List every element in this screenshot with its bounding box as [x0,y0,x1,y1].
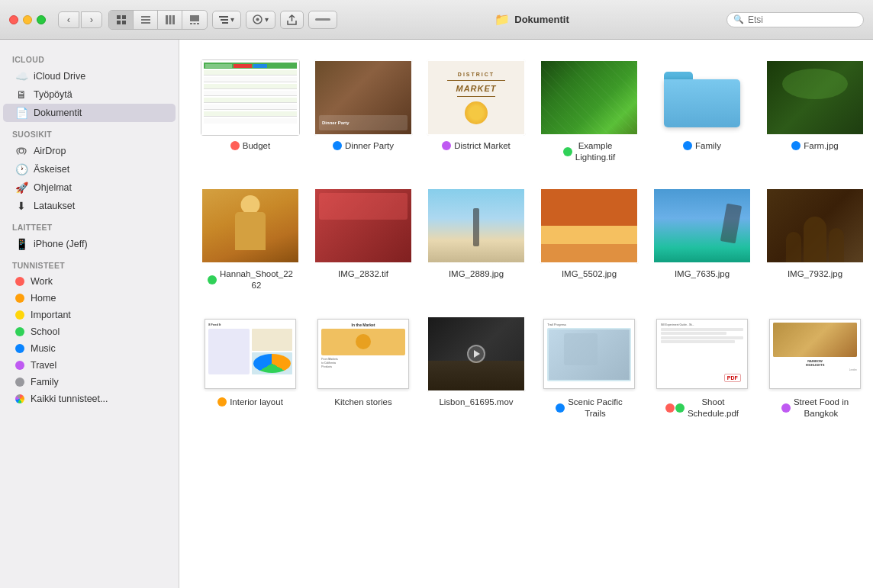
iphone-icon: 📱 [15,238,27,250]
traffic-lights [9,15,46,24]
sidebar-item-tag-music[interactable]: Music [3,340,176,357]
sidebar-item-lataukset[interactable]: ⬇ Lataukset [3,197,176,215]
share-button[interactable] [280,11,304,29]
documents-icon: 📄 [15,107,27,119]
file-item-shoot-schedule[interactable]: Bill Experiment Guide - 9k... PDF [649,311,755,424]
file-item-farm[interactable]: Farm.jpg [762,55,868,168]
shoot-schedule-tag-dots [665,403,685,413]
family-tag-dot [683,141,692,150]
action-button[interactable]: ▾ [246,11,275,29]
gallery-view-button[interactable] [182,11,207,29]
shoot-schedule-tag-dot-red [665,403,675,413]
svg-rect-10 [190,15,199,21]
window-title: Dokumentit [514,14,569,25]
tag-all-icon [15,394,24,403]
icon-view-button[interactable] [109,11,134,29]
sidebar-item-tag-travel[interactable]: Travel [3,357,176,374]
file-item-img7635[interactable]: IMG_7635.jpg [649,183,755,296]
sidebar-item-ohjelmat[interactable]: 🚀 Ohjelmat [3,178,176,197]
file-thumb-scenic-pacific: Trail Progress [540,316,639,392]
forward-button[interactable]: › [81,11,102,28]
tag-music-dot [15,344,24,353]
tag-travel-dot [15,361,24,370]
tags-button[interactable] [308,11,337,29]
svg-rect-11 [190,23,192,24]
group-button[interactable]: ▾ [212,11,241,29]
sidebar-label-icloud-drive: iCloud Drive [34,71,85,82]
sidebar-label-iphone: iPhone (Jeff) [34,239,88,249]
back-button[interactable]: ‹ [58,11,79,28]
file-item-kitchen-stories[interactable]: In the Market From Marketsto CaliforniaP… [311,311,416,424]
file-thumb-kitchen-stories: In the Market From Marketsto CaliforniaP… [314,316,413,392]
maximize-button[interactable] [37,15,46,24]
window-title-area: 📁 Dokumentit [343,12,720,27]
dinner-party-tag-dot [333,141,342,150]
content-area: iCloud ☁️ iCloud Drive 🖥 Työpöytä 📄 Doku… [0,40,873,588]
sidebar-section-laitteet: Laitteet [0,215,179,235]
svg-rect-1 [122,15,126,19]
file-item-street-food[interactable]: RAINBOWHIGHLIGHTS London Street Food inB… [762,311,868,424]
title-bar: ‹ › ▾ ▾ [0,0,873,40]
sidebar-item-tyopoyta[interactable]: 🖥 Työpöytä [3,85,176,104]
sidebar-item-tag-family[interactable]: Family [3,374,176,390]
sidebar-item-dokumentit[interactable]: 📄 Dokumentit [3,104,176,122]
sidebar-item-tag-home[interactable]: Home [3,290,176,307]
file-item-img5502[interactable]: IMG_5502.jpg [536,183,642,296]
file-label-img2832: IMG_2832.tif [338,268,388,280]
list-view-button[interactable] [134,11,158,29]
nav-buttons: ‹ › [58,11,102,28]
file-label-img7932: IMG_7932.jpg [788,268,842,280]
file-thumb-street-food: RAINBOWHIGHLIGHTS London [765,316,865,392]
file-label-scenic-pacific: Scenic PacificTrails [556,397,623,419]
svg-rect-4 [141,16,150,18]
sidebar-item-tag-school[interactable]: School [3,323,176,340]
sidebar-label-tag-all: Kaikki tunnisteet... [31,394,108,404]
file-item-budget[interactable]: Budget [198,55,303,168]
sidebar-item-askeiset[interactable]: 🕐 Äskeiset [3,160,176,178]
sidebar-label-askeiset: Äskeiset [34,164,69,175]
file-item-family[interactable]: Family [649,55,755,168]
file-label-example-lighting: ExampleLighting.tif [563,140,615,163]
column-view-button[interactable] [158,11,182,29]
file-item-district-market[interactable]: DISTRICT MARKET District Market [424,55,529,168]
file-item-img2889[interactable]: IMG_2889.jpg [424,183,529,296]
file-label-district-market: District Market [442,140,510,152]
file-thumb-hannah-shoot [201,188,300,264]
sidebar-item-tag-all[interactable]: Kaikki tunnisteet... [3,390,176,407]
sidebar-label-dokumentit: Dokumentit [34,108,82,118]
file-item-scenic-pacific[interactable]: Trail Progress Scenic PacificTrails [536,311,642,424]
title-folder-icon: 📁 [494,12,510,27]
file-item-interior-layout[interactable]: 8 Feed It [198,311,303,424]
interior-layout-tag-dot [217,397,227,406]
file-item-img7932[interactable]: IMG_7932.jpg [762,183,868,296]
minimize-button[interactable] [23,15,32,24]
search-box[interactable]: 🔍 [726,12,864,27]
file-thumb-budget [201,59,300,136]
sidebar-label-tyopoyta: Työpöytä [34,89,72,100]
sidebar-item-icloud-drive[interactable]: ☁️ iCloud Drive [3,67,176,85]
close-button[interactable] [9,15,18,24]
file-item-example-lighting[interactable]: ExampleLighting.tif [536,55,642,168]
file-label-farm: Farm.jpg [791,140,838,152]
svg-rect-12 [194,23,196,24]
file-label-street-food: Street Food inBangkok [781,397,849,419]
file-thumb-farm [765,59,865,136]
svg-rect-0 [117,15,121,19]
svg-rect-3 [122,21,126,24]
sidebar-item-airdrop[interactable]: AirDrop [3,142,176,160]
sidebar-label-tag-family: Family [31,377,59,387]
sidebar-item-tag-work[interactable]: Work [3,273,176,290]
tag-school-dot [15,327,24,336]
svg-rect-14 [219,16,228,18]
recents-icon: 🕐 [15,163,27,175]
sidebar-section-icloud: iCloud [0,47,179,67]
file-label-budget: Budget [230,140,270,152]
file-item-img2832[interactable]: IMG_2832.tif [311,183,416,296]
file-item-dinner-party[interactable]: Dinner Party Dinner Party [311,55,416,168]
file-item-lisbon[interactable]: Lisbon_61695.mov [424,311,529,424]
sidebar-item-iphone[interactable]: 📱 iPhone (Jeff) [3,235,176,253]
file-grid-area: Budget Dinner Party Dinner Party [179,40,873,588]
sidebar-item-tag-important[interactable]: Important [3,307,176,323]
file-item-hannah-shoot[interactable]: Hannah_Shoot_2262 [198,183,303,296]
search-input[interactable] [748,14,857,25]
